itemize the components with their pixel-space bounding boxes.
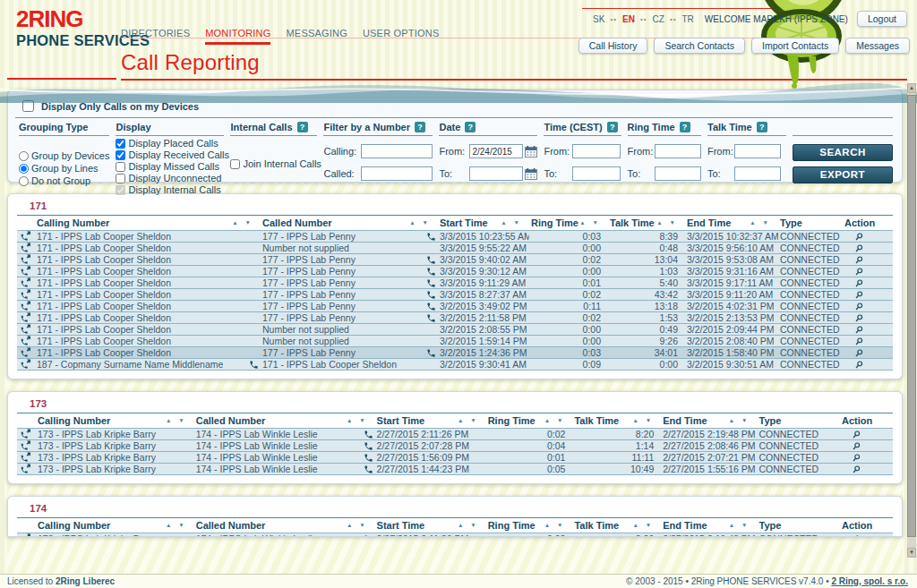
call-row[interactable]: 171 - IPPS Lab Cooper Sheldon177 - IPPS … [17,277,893,289]
detail-magnifier-icon[interactable] [854,302,891,311]
sort-arrows[interactable]: ▲ ▼ [579,217,606,227]
phone-icon[interactable] [426,267,436,277]
col-talk-time[interactable]: Talk Time▲ ▼ [608,216,685,231]
detail-magnifier-icon[interactable] [854,313,891,323]
radio-do-not-group[interactable]: Do not Group [19,175,109,186]
detail-magnifier-icon[interactable] [854,255,891,265]
help-icon[interactable]: ? [680,122,690,132]
call-row[interactable]: 171 - IPPS Lab Cooper SheldonNumber not … [17,324,893,336]
call-row[interactable]: 173 - IPPS Lab Kripke Barry174 - IPPS La… [17,429,893,440]
sort-arrows[interactable]: ▲ ▼ [458,415,484,425]
phone-icon[interactable] [426,232,436,242]
call-row[interactable]: 171 - IPPS Lab Cooper Sheldon177 - IPPS … [17,312,893,324]
col-ring-time[interactable]: Ring Time▲ ▼ [529,216,608,231]
sort-arrows[interactable]: ▲ ▼ [633,415,660,425]
detail-magnifier-icon[interactable] [854,325,891,335]
call-row[interactable]: 173 - IPPS Lab Kripke Barry174 - IPPS La… [17,464,893,475]
help-icon[interactable]: ? [415,122,425,132]
date-from-input[interactable] [469,144,523,158]
talk-from-input[interactable] [734,144,781,158]
join-internal-calls-option[interactable]: Join Internal Calls [230,158,317,169]
sort-arrows[interactable]: ▲ ▼ [166,415,193,425]
scroll-down-arrow[interactable]: ▼ [907,548,916,558]
nav-messaging[interactable]: MESSAGING [286,28,347,42]
col-calling-number[interactable]: Calling Number▲ ▼ [36,518,194,533]
calling-number-input[interactable] [361,144,433,158]
col-called-number[interactable]: Called Number▲ ▼ [261,216,438,231]
call-row[interactable]: 171 - IPPS Lab Cooper SheldonNumber not … [17,336,893,347]
call-row[interactable]: 171 - IPPS Lab Cooper SheldonNumber not … [17,243,893,254]
calendar-icon[interactable] [525,168,537,180]
call-row[interactable]: 187 - Copmany Surname Name Middlename171… [17,359,893,371]
col-action[interactable]: Action [840,518,893,533]
sort-arrows[interactable]: ▲ ▼ [347,415,373,425]
sort-arrows[interactable]: ▲ ▼ [750,217,776,227]
call-row[interactable]: 173 - IPPS Lab Kripke Barry174 - IPPS La… [17,533,893,538]
col-start-time[interactable]: Start Time▲ ▼ [375,518,486,533]
phone-icon[interactable] [426,290,436,300]
date-to-input[interactable] [469,166,523,181]
col-ring-time[interactable]: Ring Time▲ ▼ [486,413,573,429]
phone-icon[interactable] [364,464,373,474]
detail-magnifier-icon[interactable] [852,453,891,463]
join-internal-calls-checkbox[interactable] [230,159,240,169]
col-calling-number[interactable]: Calling Number▲ ▼ [36,413,194,429]
col-called-number[interactable]: Called Number▲ ▼ [194,413,375,429]
checkbox-display-placed-calls[interactable]: Display Placed Calls [116,138,224,149]
help-icon[interactable]: ? [465,122,476,132]
detail-magnifier-icon[interactable] [854,290,891,300]
lang-TR[interactable]: TR [682,14,694,24]
col-type[interactable]: Type [778,216,843,231]
sort-arrows[interactable]: ▲ ▼ [544,415,571,425]
checkbox-display-received-calls[interactable]: Display Received Calls [116,149,224,160]
phone-icon[interactable] [426,255,436,265]
call-row[interactable]: 171 - IPPS Lab Cooper Sheldon177 - IPPS … [17,254,893,266]
col-called-number[interactable]: Called Number▲ ▼ [194,518,375,533]
detail-magnifier-icon[interactable] [854,232,891,242]
scrollbar[interactable]: ▲ ▼ [907,83,916,558]
sort-arrows[interactable]: ▲ ▼ [232,217,259,227]
display-only-option[interactable]: Display Only Calls on my Devices [15,96,893,118]
call-row[interactable]: 171 - IPPS Lab Cooper Sheldon177 - IPPS … [17,289,893,301]
sort-arrows[interactable]: ▲ ▼ [501,217,527,227]
col-talk-time[interactable]: Talk Time▲ ▼ [572,413,661,429]
import-contacts-button[interactable]: Import Contacts [751,38,839,54]
phone-icon[interactable] [426,313,436,323]
phone-icon[interactable] [249,360,259,370]
scroll-up-arrow[interactable]: ▲ [907,83,916,93]
phone-icon[interactable] [364,534,373,538]
col-start-time[interactable]: Start Time▲ ▼ [375,413,486,429]
sort-arrows[interactable]: ▲ ▼ [409,217,436,227]
detail-magnifier-icon[interactable] [852,464,891,474]
logout-button[interactable]: Logout [857,11,907,27]
sort-arrows[interactable]: ▲ ▼ [458,520,484,530]
help-icon[interactable]: ? [607,122,618,132]
col-end-time[interactable]: End Time▲ ▼ [685,216,778,231]
call-row[interactable]: 171 - IPPS Lab Cooper Sheldon177 - IPPS … [17,266,893,277]
detail-magnifier-icon[interactable] [852,534,891,538]
col-start-time[interactable]: Start Time▲ ▼ [438,216,529,231]
search-button[interactable]: SEARCH [793,144,893,161]
phone-icon[interactable] [426,278,436,288]
detail-magnifier-icon[interactable] [854,267,891,277]
lang-EN[interactable]: EN [622,14,635,24]
messages-button[interactable]: Messages [845,38,910,54]
col-type[interactable]: Type [758,413,841,429]
nav-monitoring[interactable]: MONITORING [205,28,270,45]
detail-magnifier-icon[interactable] [854,243,891,253]
call-row[interactable]: 171 - IPPS Lab Cooper Sheldon177 - IPPS … [17,231,893,243]
phone-icon[interactable] [426,348,436,358]
col-end-time[interactable]: End Time▲ ▼ [661,413,757,429]
scrollbar-thumb[interactable] [907,95,916,537]
help-icon[interactable]: ? [297,122,308,132]
lang-CZ[interactable]: CZ [653,14,664,24]
export-button[interactable]: EXPORT [793,166,893,183]
sort-arrows[interactable]: ▲ ▼ [347,520,373,530]
nav-user-options[interactable]: USER OPTIONS [363,28,440,42]
detail-magnifier-icon[interactable] [854,278,891,288]
phone-icon[interactable] [364,441,373,451]
col-talk-time[interactable]: Talk Time▲ ▼ [572,518,661,533]
call-row[interactable]: 173 - IPPS Lab Kripke Barry174 - IPPS La… [17,440,893,452]
calendar-icon[interactable] [525,146,537,158]
detail-magnifier-icon[interactable] [852,441,891,451]
